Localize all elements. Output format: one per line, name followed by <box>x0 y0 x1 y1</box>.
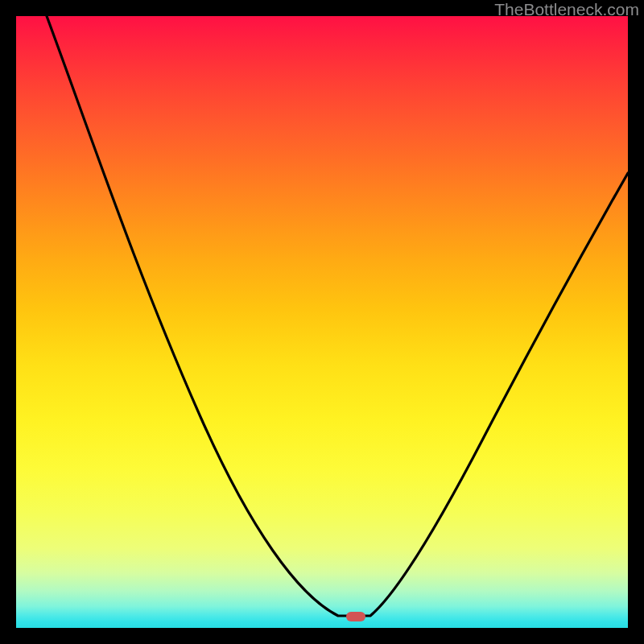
chart-container: TheBottleneck.com <box>0 0 644 644</box>
plot-area <box>16 16 628 628</box>
watermark: TheBottleneck.com <box>494 0 639 19</box>
minimum-marker <box>346 612 365 621</box>
bottleneck-curve <box>16 16 628 628</box>
curve-path <box>47 16 628 616</box>
